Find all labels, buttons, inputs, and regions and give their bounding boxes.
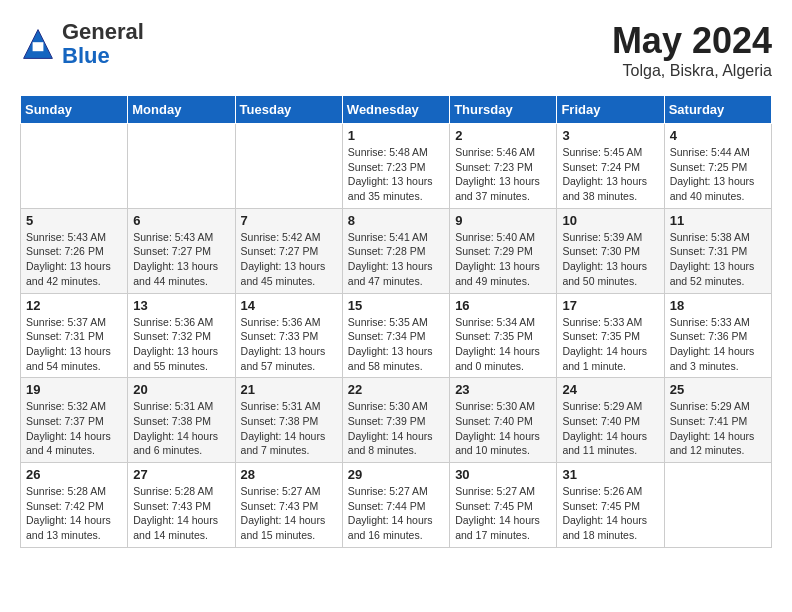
calendar-cell: 22Sunrise: 5:30 AMSunset: 7:39 PMDayligh… [342, 378, 449, 463]
calendar-week-3: 12Sunrise: 5:37 AMSunset: 7:31 PMDayligh… [21, 293, 772, 378]
cell-content: Sunrise: 5:42 AMSunset: 7:27 PMDaylight:… [241, 230, 337, 289]
day-number: 6 [133, 213, 229, 228]
day-number: 9 [455, 213, 551, 228]
calendar-cell: 1Sunrise: 5:48 AMSunset: 7:23 PMDaylight… [342, 124, 449, 209]
calendar-cell: 30Sunrise: 5:27 AMSunset: 7:45 PMDayligh… [450, 463, 557, 548]
calendar-cell [664, 463, 771, 548]
cell-content: Sunrise: 5:36 AMSunset: 7:32 PMDaylight:… [133, 315, 229, 374]
cell-content: Sunrise: 5:43 AMSunset: 7:26 PMDaylight:… [26, 230, 122, 289]
calendar-week-4: 19Sunrise: 5:32 AMSunset: 7:37 PMDayligh… [21, 378, 772, 463]
cell-content: Sunrise: 5:27 AMSunset: 7:43 PMDaylight:… [241, 484, 337, 543]
calendar-cell: 27Sunrise: 5:28 AMSunset: 7:43 PMDayligh… [128, 463, 235, 548]
cell-content: Sunrise: 5:48 AMSunset: 7:23 PMDaylight:… [348, 145, 444, 204]
day-number: 1 [348, 128, 444, 143]
cell-content: Sunrise: 5:38 AMSunset: 7:31 PMDaylight:… [670, 230, 766, 289]
calendar-cell: 31Sunrise: 5:26 AMSunset: 7:45 PMDayligh… [557, 463, 664, 548]
calendar-cell: 28Sunrise: 5:27 AMSunset: 7:43 PMDayligh… [235, 463, 342, 548]
day-header-saturday: Saturday [664, 96, 771, 124]
calendar-cell: 21Sunrise: 5:31 AMSunset: 7:38 PMDayligh… [235, 378, 342, 463]
day-number: 21 [241, 382, 337, 397]
calendar-cell: 4Sunrise: 5:44 AMSunset: 7:25 PMDaylight… [664, 124, 771, 209]
logo-text: General Blue [62, 20, 144, 68]
calendar-cell: 29Sunrise: 5:27 AMSunset: 7:44 PMDayligh… [342, 463, 449, 548]
day-number: 3 [562, 128, 658, 143]
calendar-cell: 23Sunrise: 5:30 AMSunset: 7:40 PMDayligh… [450, 378, 557, 463]
month-year-title: May 2024 [612, 20, 772, 62]
calendar-cell: 26Sunrise: 5:28 AMSunset: 7:42 PMDayligh… [21, 463, 128, 548]
day-number: 19 [26, 382, 122, 397]
calendar-cell: 14Sunrise: 5:36 AMSunset: 7:33 PMDayligh… [235, 293, 342, 378]
calendar-cell: 6Sunrise: 5:43 AMSunset: 7:27 PMDaylight… [128, 208, 235, 293]
day-number: 28 [241, 467, 337, 482]
cell-content: Sunrise: 5:31 AMSunset: 7:38 PMDaylight:… [241, 399, 337, 458]
calendar-cell: 18Sunrise: 5:33 AMSunset: 7:36 PMDayligh… [664, 293, 771, 378]
day-header-monday: Monday [128, 96, 235, 124]
day-number: 26 [26, 467, 122, 482]
cell-content: Sunrise: 5:41 AMSunset: 7:28 PMDaylight:… [348, 230, 444, 289]
calendar-cell [235, 124, 342, 209]
day-number: 15 [348, 298, 444, 313]
calendar-cell: 17Sunrise: 5:33 AMSunset: 7:35 PMDayligh… [557, 293, 664, 378]
day-number: 2 [455, 128, 551, 143]
calendar-header-row: SundayMondayTuesdayWednesdayThursdayFrid… [21, 96, 772, 124]
day-number: 24 [562, 382, 658, 397]
day-number: 5 [26, 213, 122, 228]
cell-content: Sunrise: 5:29 AMSunset: 7:41 PMDaylight:… [670, 399, 766, 458]
page-container: General Blue May 2024 Tolga, Biskra, Alg… [0, 0, 792, 558]
cell-content: Sunrise: 5:45 AMSunset: 7:24 PMDaylight:… [562, 145, 658, 204]
calendar-cell: 8Sunrise: 5:41 AMSunset: 7:28 PMDaylight… [342, 208, 449, 293]
page-header: General Blue May 2024 Tolga, Biskra, Alg… [20, 20, 772, 80]
calendar-cell: 16Sunrise: 5:34 AMSunset: 7:35 PMDayligh… [450, 293, 557, 378]
cell-content: Sunrise: 5:37 AMSunset: 7:31 PMDaylight:… [26, 315, 122, 374]
cell-content: Sunrise: 5:36 AMSunset: 7:33 PMDaylight:… [241, 315, 337, 374]
calendar-cell: 9Sunrise: 5:40 AMSunset: 7:29 PMDaylight… [450, 208, 557, 293]
calendar-cell: 11Sunrise: 5:38 AMSunset: 7:31 PMDayligh… [664, 208, 771, 293]
cell-content: Sunrise: 5:31 AMSunset: 7:38 PMDaylight:… [133, 399, 229, 458]
cell-content: Sunrise: 5:27 AMSunset: 7:45 PMDaylight:… [455, 484, 551, 543]
calendar-cell: 12Sunrise: 5:37 AMSunset: 7:31 PMDayligh… [21, 293, 128, 378]
cell-content: Sunrise: 5:35 AMSunset: 7:34 PMDaylight:… [348, 315, 444, 374]
logo-icon [20, 26, 56, 62]
cell-content: Sunrise: 5:34 AMSunset: 7:35 PMDaylight:… [455, 315, 551, 374]
day-number: 14 [241, 298, 337, 313]
day-number: 23 [455, 382, 551, 397]
calendar-cell: 13Sunrise: 5:36 AMSunset: 7:32 PMDayligh… [128, 293, 235, 378]
day-number: 11 [670, 213, 766, 228]
svg-rect-2 [33, 42, 44, 51]
day-number: 12 [26, 298, 122, 313]
cell-content: Sunrise: 5:43 AMSunset: 7:27 PMDaylight:… [133, 230, 229, 289]
cell-content: Sunrise: 5:32 AMSunset: 7:37 PMDaylight:… [26, 399, 122, 458]
cell-content: Sunrise: 5:39 AMSunset: 7:30 PMDaylight:… [562, 230, 658, 289]
day-header-sunday: Sunday [21, 96, 128, 124]
title-block: May 2024 Tolga, Biskra, Algeria [612, 20, 772, 80]
day-number: 10 [562, 213, 658, 228]
day-header-tuesday: Tuesday [235, 96, 342, 124]
cell-content: Sunrise: 5:30 AMSunset: 7:40 PMDaylight:… [455, 399, 551, 458]
day-header-friday: Friday [557, 96, 664, 124]
calendar-table: SundayMondayTuesdayWednesdayThursdayFrid… [20, 95, 772, 548]
cell-content: Sunrise: 5:28 AMSunset: 7:43 PMDaylight:… [133, 484, 229, 543]
day-number: 7 [241, 213, 337, 228]
cell-content: Sunrise: 5:30 AMSunset: 7:39 PMDaylight:… [348, 399, 444, 458]
calendar-cell: 24Sunrise: 5:29 AMSunset: 7:40 PMDayligh… [557, 378, 664, 463]
calendar-cell [128, 124, 235, 209]
day-header-wednesday: Wednesday [342, 96, 449, 124]
day-number: 8 [348, 213, 444, 228]
calendar-cell: 3Sunrise: 5:45 AMSunset: 7:24 PMDaylight… [557, 124, 664, 209]
logo: General Blue [20, 20, 144, 68]
day-number: 30 [455, 467, 551, 482]
day-number: 20 [133, 382, 229, 397]
cell-content: Sunrise: 5:29 AMSunset: 7:40 PMDaylight:… [562, 399, 658, 458]
day-number: 25 [670, 382, 766, 397]
day-number: 17 [562, 298, 658, 313]
calendar-cell: 7Sunrise: 5:42 AMSunset: 7:27 PMDaylight… [235, 208, 342, 293]
cell-content: Sunrise: 5:28 AMSunset: 7:42 PMDaylight:… [26, 484, 122, 543]
location-subtitle: Tolga, Biskra, Algeria [612, 62, 772, 80]
calendar-week-5: 26Sunrise: 5:28 AMSunset: 7:42 PMDayligh… [21, 463, 772, 548]
day-number: 29 [348, 467, 444, 482]
logo-general-text: General [62, 19, 144, 44]
day-number: 4 [670, 128, 766, 143]
calendar-cell: 5Sunrise: 5:43 AMSunset: 7:26 PMDaylight… [21, 208, 128, 293]
logo-blue-text: Blue [62, 43, 110, 68]
cell-content: Sunrise: 5:44 AMSunset: 7:25 PMDaylight:… [670, 145, 766, 204]
